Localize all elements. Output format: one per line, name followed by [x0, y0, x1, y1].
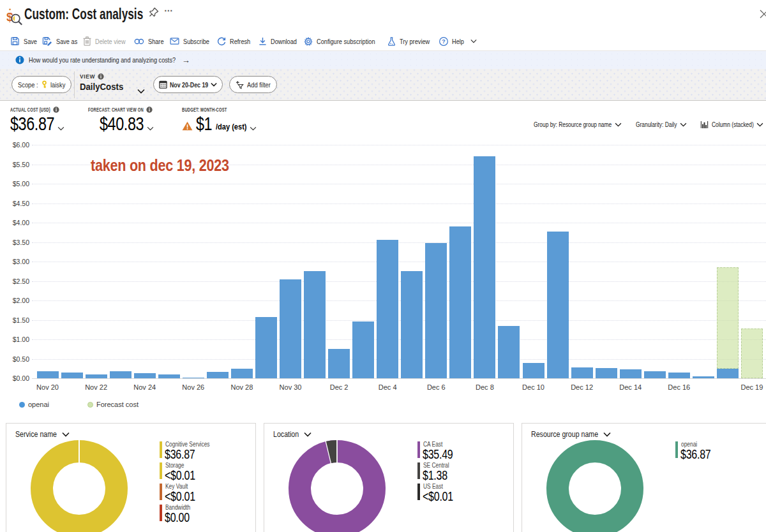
configure-subscription-button[interactable]: Configure subscription: [304, 32, 375, 50]
bar-forecast-dec-18[interactable]: [717, 267, 739, 369]
x-axis-label: Dec 8: [476, 383, 494, 391]
bar-actual-nov-29[interactable]: [255, 317, 277, 378]
more-options-icon[interactable]: ⋯: [164, 5, 177, 15]
bar-actual-nov-28[interactable]: [231, 369, 253, 378]
download-icon: [259, 37, 267, 45]
pin-icon[interactable]: [149, 7, 159, 17]
legend-color-bar: [160, 462, 162, 479]
y-axis-label: $0.50: [0, 355, 29, 363]
gridline: [32, 203, 766, 204]
donut-chart[interactable]: [286, 438, 388, 532]
legend-color-bar: [160, 505, 162, 521]
bar-actual-dec-18[interactable]: [717, 369, 739, 378]
bar-actual-nov-20[interactable]: [37, 371, 59, 378]
x-axis-label: Nov 26: [182, 383, 204, 391]
scope-bar: Scope : laisky VIEW DailyCosts: [0, 69, 766, 101]
delete-view-button[interactable]: Delete view: [83, 32, 126, 50]
bar-actual-dec-17[interactable]: [693, 376, 714, 378]
donut-chart[interactable]: [544, 438, 646, 532]
bar-actual-dec-8[interactable]: [474, 156, 495, 378]
kpi-budget-value: $1: [196, 114, 212, 133]
try-preview-button[interactable]: Try preview: [387, 32, 430, 50]
survey-banner[interactable]: How would you rate understanding and ana…: [0, 51, 766, 69]
y-axis-label: $2.00: [0, 297, 29, 304]
x-axis-label: Dec 10: [522, 383, 544, 391]
save-as-button[interactable]: Save as: [42, 32, 77, 50]
bar-actual-nov-25[interactable]: [158, 374, 180, 378]
chevron-down-icon: [57, 126, 64, 131]
download-button[interactable]: Download: [259, 32, 297, 50]
bar-forecast-dec-19[interactable]: [741, 329, 763, 378]
warning-icon: [182, 121, 193, 131]
y-axis-label: $6.00: [0, 141, 29, 149]
close-icon[interactable]: [759, 9, 766, 19]
group-by-label: Group by: Resource group name: [534, 121, 612, 128]
bar-actual-dec-1[interactable]: [304, 271, 326, 378]
x-axis-label: Nov 24: [133, 383, 156, 391]
kpi-actual-label: ACTUAL COST (USD): [10, 107, 50, 113]
svg-text:?: ?: [442, 38, 445, 45]
add-filter-button[interactable]: Add filter: [229, 76, 277, 93]
chevron-down-icon: [147, 126, 154, 131]
bar-actual-dec-2[interactable]: [328, 349, 350, 378]
view-selector[interactable]: VIEW DailyCosts: [80, 73, 123, 92]
bar-actual-dec-12[interactable]: [571, 367, 593, 378]
donut-chart[interactable]: [28, 438, 130, 532]
donut-card-service-name: Service nameCognitive Services$36.87Stor…: [6, 423, 256, 532]
beaker-icon: [387, 37, 396, 46]
delete-view-label: Delete view: [95, 38, 126, 45]
refresh-button[interactable]: Refresh: [217, 32, 251, 50]
bar-actual-dec-11[interactable]: [547, 232, 569, 378]
share-label: Share: [148, 38, 164, 45]
bar-actual-dec-9[interactable]: [498, 326, 520, 378]
kpi-forecast-cost[interactable]: FORECAST: CHART VIEW ON $40.83: [88, 106, 154, 133]
subscribe-button[interactable]: Subscribe: [170, 32, 209, 50]
help-button[interactable]: ?Help: [439, 32, 477, 50]
chevron-down-icon: [62, 432, 70, 437]
kpi-budget-suffix: /day (est): [216, 120, 247, 133]
gridline: [32, 378, 766, 379]
bar-actual-dec-3[interactable]: [352, 321, 374, 378]
bar-actual-dec-16[interactable]: [668, 373, 690, 378]
chart-type-selector[interactable]: Column (stacked): [700, 119, 763, 129]
save-button[interactable]: Save: [10, 32, 37, 50]
gridline: [32, 359, 766, 360]
kpi-actual-cost[interactable]: ACTUAL COST (USD) $36.87: [10, 106, 64, 133]
bar-actual-nov-24[interactable]: [134, 373, 156, 378]
group-by-selector[interactable]: Group by: Resource group name: [534, 119, 622, 129]
help-icon: ?: [439, 37, 448, 46]
bar-actual-nov-23[interactable]: [110, 371, 131, 378]
kpi-budget[interactable]: BUDGET: MONTH-COST $1 /day (est): [182, 106, 257, 133]
bar-actual-dec-7[interactable]: [449, 226, 471, 379]
bar-actual-nov-30[interactable]: [280, 279, 301, 379]
share-button[interactable]: Share: [134, 32, 163, 50]
y-axis-label: $3.00: [0, 258, 29, 265]
save-as-icon: [42, 36, 52, 46]
bar-actual-dec-10[interactable]: [523, 363, 544, 378]
bar-actual-dec-14[interactable]: [620, 369, 642, 378]
save-as-label: Save as: [56, 38, 77, 45]
arrow-right-icon[interactable]: →: [182, 55, 190, 65]
legend-item-actual[interactable]: openai: [19, 401, 49, 408]
bar-actual-nov-26[interactable]: [183, 378, 204, 378]
legend-dot-icon: [19, 402, 25, 408]
bar-actual-dec-6[interactable]: [425, 243, 447, 378]
bar-actual-nov-27[interactable]: [207, 372, 229, 378]
bar-actual-nov-22[interactable]: [86, 374, 107, 378]
granularity-selector[interactable]: Granularity: Daily: [636, 119, 687, 129]
divider: [74, 71, 75, 98]
cost-chart: $0.00$0.50$1.00$1.50$2.00$2.50$3.00$3.50…: [0, 139, 766, 423]
bar-actual-nov-21[interactable]: [61, 373, 83, 378]
x-axis-label: Dec 6: [427, 383, 446, 391]
legend-item-forecast[interactable]: Forecast cost: [87, 401, 139, 408]
bar-actual-dec-15[interactable]: [644, 371, 666, 378]
bar-actual-dec-5[interactable]: [401, 271, 423, 378]
x-axis-label: Nov 30: [280, 383, 302, 391]
date-range-selector[interactable]: Nov 20-Dec 19: [153, 76, 223, 93]
scope-selector[interactable]: Scope : laisky: [11, 76, 71, 93]
donut-card-location: LocationCA East$35.49SE Central$1.38US E…: [264, 423, 514, 532]
bar-actual-dec-13[interactable]: [596, 368, 617, 379]
bar-actual-dec-4[interactable]: [377, 240, 398, 378]
legend-color-bar: [417, 462, 420, 479]
gridline: [32, 184, 766, 184]
